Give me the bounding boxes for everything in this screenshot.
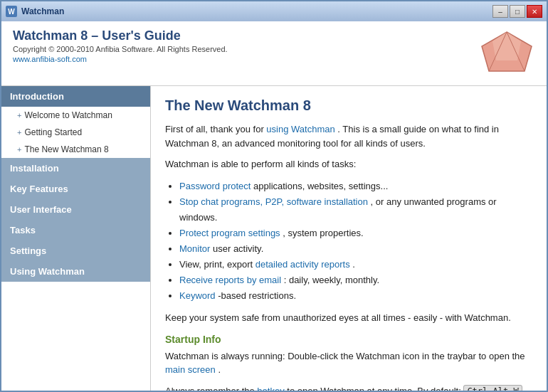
titlebar-buttons: – □ ✕ xyxy=(492,5,542,18)
sidebar-section-using-watchman[interactable]: Using Watchman xyxy=(1,261,150,282)
protect-settings-link[interactable]: Protect program settings xyxy=(179,228,280,238)
website-link[interactable]: www.anfibia-soft.com xyxy=(13,55,87,63)
safety-para: Keep your system safe from unauthorized … xyxy=(165,311,532,325)
sidebar: Introduction + Welcome to Watchman + Get… xyxy=(1,86,151,391)
main-area: Introduction + Welcome to Watchman + Get… xyxy=(1,86,547,391)
list-item: View, print, export detailed activity re… xyxy=(179,257,532,272)
app-title: Watchman 8 – User's Guide xyxy=(13,28,228,43)
list-item: Receive reports by email : daily, weekly… xyxy=(179,272,532,288)
sidebar-item-label: Getting Started xyxy=(24,127,82,137)
hotkey-link[interactable]: hotkey xyxy=(257,386,284,391)
plus-icon: + xyxy=(17,111,21,120)
sidebar-item-label: The New Watchman 8 xyxy=(24,144,108,154)
features-list: Password protect applications, websites,… xyxy=(179,179,532,304)
close-button[interactable]: ✕ xyxy=(527,5,542,18)
svg-marker-1 xyxy=(492,32,521,60)
list-item-text: applications, websites, settings... xyxy=(253,181,388,191)
window-title: Watchman xyxy=(21,6,492,16)
main-screen-link[interactable]: main screen xyxy=(165,364,216,375)
list-item: Password protect applications, websites,… xyxy=(179,179,532,194)
app-window: W Watchman – □ ✕ Watchman 8 – User's Gui… xyxy=(0,0,548,392)
monitor-link[interactable]: Monitor xyxy=(179,243,210,254)
startup-para-2: Always remember the hotkey to open Watch… xyxy=(165,384,532,391)
app-icon: W xyxy=(6,6,17,17)
content-area: The New Watchman 8 First of all, thank y… xyxy=(151,86,547,391)
plus-icon: + xyxy=(17,128,21,137)
sidebar-section-introduction[interactable]: Introduction xyxy=(1,86,150,107)
hotkey-kbd: Ctrl-Alt-W xyxy=(463,385,522,391)
intro-paragraph: First of all, thank you for using Watchm… xyxy=(165,122,532,150)
titlebar: W Watchman – □ ✕ xyxy=(1,1,547,21)
sidebar-section-key-features[interactable]: Key Features xyxy=(1,179,150,199)
email-reports-link[interactable]: Receive reports by email xyxy=(179,275,281,285)
tasks-intro: Watchman is able to perform all kinds of… xyxy=(165,157,532,171)
list-item-text: . xyxy=(352,259,355,270)
sidebar-item-new-watchman[interactable]: + The New Watchman 8 xyxy=(1,141,150,158)
sidebar-section-user-interface[interactable]: User Interface xyxy=(1,199,150,220)
list-item-text: View, print, export xyxy=(179,259,255,270)
using-watchman-link[interactable]: using Watchman xyxy=(266,124,334,134)
minimize-button[interactable]: – xyxy=(492,5,508,18)
intro-text-1: First of all, thank you for xyxy=(165,124,264,134)
sidebar-section-tasks[interactable]: Tasks xyxy=(1,220,150,240)
logo-image xyxy=(478,28,535,78)
sidebar-item-getting-started[interactable]: + Getting Started xyxy=(1,124,150,141)
stop-chat-link[interactable]: Stop chat programs, P2P, software instal… xyxy=(179,196,368,207)
startup-text-2a: Always remember the xyxy=(165,386,255,391)
list-item: Keyword -based restrictions. xyxy=(179,288,532,304)
maximize-button[interactable]: □ xyxy=(510,5,525,18)
sidebar-item-welcome[interactable]: + Welcome to Watchman xyxy=(1,107,150,124)
list-item: Stop chat programs, P2P, software instal… xyxy=(179,194,532,226)
list-item-text: , system properties. xyxy=(283,228,363,238)
sidebar-section-installation[interactable]: Installation xyxy=(1,158,150,179)
sidebar-section-settings[interactable]: Settings xyxy=(1,240,150,261)
list-item: Protect program settings , system proper… xyxy=(179,226,532,241)
header-text-block: Watchman 8 – User's Guide Copyright © 20… xyxy=(13,28,228,64)
copyright-text: Copyright © 2000-2010 Anfibia Software. … xyxy=(13,45,228,53)
startup-heading: Startup Info xyxy=(165,334,532,345)
startup-text-1: Watchman is always running: Double-click… xyxy=(165,351,525,361)
startup-text-2b: to open Watchman at any time. By default… xyxy=(287,386,460,391)
startup-para-1: Watchman is always running: Double-click… xyxy=(165,349,532,377)
header: Watchman 8 – User's Guide Copyright © 20… xyxy=(1,21,547,86)
list-item-text: -based restrictions. xyxy=(218,290,296,301)
activity-reports-link[interactable]: detailed activity reports xyxy=(255,259,350,270)
list-item-text: : daily, weekly, monthly. xyxy=(284,275,379,285)
content-title: The New Watchman 8 xyxy=(165,97,532,114)
sidebar-item-label: Welcome to Watchman xyxy=(24,110,112,120)
list-item: Monitor user activity. xyxy=(179,241,532,257)
keyword-link[interactable]: Keyword xyxy=(179,290,216,301)
list-item-text: user activity. xyxy=(213,243,263,254)
plus-icon: + xyxy=(17,145,21,154)
password-protect-link[interactable]: Password protect xyxy=(179,181,251,191)
startup-text-1b: . xyxy=(218,364,221,375)
